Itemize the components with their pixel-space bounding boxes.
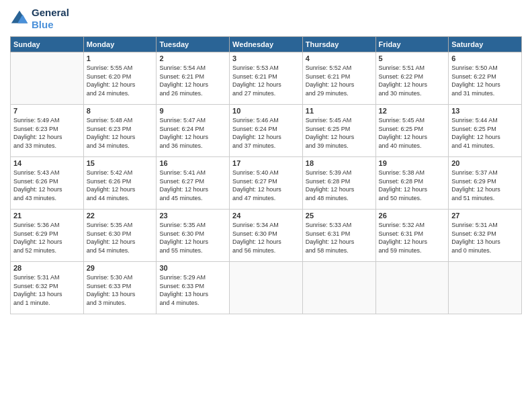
day-number: 30 xyxy=(159,264,226,272)
week-row-2: 7Sunrise: 5:49 AMSunset: 6:23 PMDaylight… xyxy=(11,105,522,157)
day-number: 24 xyxy=(232,212,300,220)
day-number: 7 xyxy=(13,107,81,115)
day-number: 26 xyxy=(379,212,446,220)
logo-text: General Blue xyxy=(32,7,69,31)
day-info: Sunrise: 5:32 AMSunset: 6:31 PMDaylight:… xyxy=(379,221,446,255)
logo-icon xyxy=(10,9,29,28)
day-info: Sunrise: 5:29 AMSunset: 6:33 PMDaylight:… xyxy=(159,273,226,307)
day-number: 13 xyxy=(451,107,519,115)
day-cell: 9Sunrise: 5:47 AMSunset: 6:24 PMDaylight… xyxy=(157,105,230,157)
day-info: Sunrise: 5:44 AMSunset: 6:25 PMDaylight:… xyxy=(451,116,519,150)
day-cell: 23Sunrise: 5:35 AMSunset: 6:30 PMDayligh… xyxy=(157,210,230,262)
day-cell: 18Sunrise: 5:39 AMSunset: 6:28 PMDayligh… xyxy=(302,157,375,210)
day-cell: 7Sunrise: 5:49 AMSunset: 6:23 PMDaylight… xyxy=(11,105,84,157)
day-number: 19 xyxy=(379,159,446,167)
week-row-4: 21Sunrise: 5:36 AMSunset: 6:29 PMDayligh… xyxy=(11,210,522,262)
day-number: 25 xyxy=(306,212,373,220)
day-number: 16 xyxy=(159,159,226,167)
col-header-monday: Monday xyxy=(83,37,157,52)
day-info: Sunrise: 5:54 AMSunset: 6:21 PMDaylight:… xyxy=(159,64,226,97)
day-number: 9 xyxy=(159,107,226,115)
day-number: 6 xyxy=(451,54,519,62)
day-number: 23 xyxy=(159,212,226,220)
day-cell: 12Sunrise: 5:45 AMSunset: 6:25 PMDayligh… xyxy=(375,105,449,157)
day-info: Sunrise: 5:55 AMSunset: 6:20 PMDaylight:… xyxy=(87,64,154,97)
col-header-saturday: Saturday xyxy=(449,37,522,52)
day-info: Sunrise: 5:46 AMSunset: 6:24 PMDaylight:… xyxy=(232,116,300,150)
col-header-wednesday: Wednesday xyxy=(230,37,303,52)
day-number: 2 xyxy=(159,54,226,62)
day-cell: 20Sunrise: 5:37 AMSunset: 6:29 PMDayligh… xyxy=(449,157,522,210)
week-row-3: 14Sunrise: 5:43 AMSunset: 6:26 PMDayligh… xyxy=(11,157,522,210)
day-cell: 8Sunrise: 5:48 AMSunset: 6:23 PMDaylight… xyxy=(83,105,157,157)
day-info: Sunrise: 5:36 AMSunset: 6:29 PMDaylight:… xyxy=(13,221,81,255)
day-info: Sunrise: 5:50 AMSunset: 6:22 PMDaylight:… xyxy=(451,64,519,97)
day-cell: 19Sunrise: 5:38 AMSunset: 6:28 PMDayligh… xyxy=(375,157,449,210)
day-info: Sunrise: 5:52 AMSunset: 6:21 PMDaylight:… xyxy=(306,64,373,97)
day-number: 22 xyxy=(87,212,154,220)
day-cell: 6Sunrise: 5:50 AMSunset: 6:22 PMDaylight… xyxy=(449,52,522,105)
day-number: 1 xyxy=(87,54,154,62)
day-number: 17 xyxy=(232,159,300,167)
day-info: Sunrise: 5:37 AMSunset: 6:29 PMDaylight:… xyxy=(451,169,519,202)
calendar-header-row: SundayMondayTuesdayWednesdayThursdayFrid… xyxy=(11,37,522,52)
day-cell xyxy=(302,262,375,314)
day-cell: 28Sunrise: 5:31 AMSunset: 6:32 PMDayligh… xyxy=(11,262,84,314)
day-number: 4 xyxy=(306,54,373,62)
day-number: 14 xyxy=(13,159,81,167)
day-info: Sunrise: 5:33 AMSunset: 6:31 PMDaylight:… xyxy=(306,221,373,255)
day-info: Sunrise: 5:39 AMSunset: 6:28 PMDaylight:… xyxy=(306,169,373,202)
day-cell xyxy=(11,52,84,105)
calendar-page: General Blue SundayMondayTuesdayWednesda… xyxy=(0,0,532,411)
day-info: Sunrise: 5:38 AMSunset: 6:28 PMDaylight:… xyxy=(379,169,446,202)
day-info: Sunrise: 5:35 AMSunset: 6:30 PMDaylight:… xyxy=(159,221,226,255)
day-cell: 27Sunrise: 5:31 AMSunset: 6:32 PMDayligh… xyxy=(449,210,522,262)
day-number: 15 xyxy=(87,159,154,167)
day-number: 27 xyxy=(451,212,519,220)
day-cell: 10Sunrise: 5:46 AMSunset: 6:24 PMDayligh… xyxy=(230,105,303,157)
day-cell: 2Sunrise: 5:54 AMSunset: 6:21 PMDaylight… xyxy=(157,52,230,105)
day-info: Sunrise: 5:47 AMSunset: 6:24 PMDaylight:… xyxy=(159,116,226,150)
col-header-friday: Friday xyxy=(375,37,449,52)
day-info: Sunrise: 5:43 AMSunset: 6:26 PMDaylight:… xyxy=(13,169,81,202)
day-cell xyxy=(375,262,449,314)
day-info: Sunrise: 5:45 AMSunset: 6:25 PMDaylight:… xyxy=(379,116,446,150)
day-cell: 3Sunrise: 5:53 AMSunset: 6:21 PMDaylight… xyxy=(230,52,303,105)
day-cell: 30Sunrise: 5:29 AMSunset: 6:33 PMDayligh… xyxy=(157,262,230,314)
day-cell xyxy=(230,262,303,314)
day-number: 5 xyxy=(379,54,446,62)
day-cell: 4Sunrise: 5:52 AMSunset: 6:21 PMDaylight… xyxy=(302,52,375,105)
day-cell: 14Sunrise: 5:43 AMSunset: 6:26 PMDayligh… xyxy=(11,157,84,210)
day-number: 29 xyxy=(87,264,154,272)
day-info: Sunrise: 5:51 AMSunset: 6:22 PMDaylight:… xyxy=(379,64,446,97)
day-cell: 17Sunrise: 5:40 AMSunset: 6:27 PMDayligh… xyxy=(230,157,303,210)
day-cell: 21Sunrise: 5:36 AMSunset: 6:29 PMDayligh… xyxy=(11,210,84,262)
day-cell: 25Sunrise: 5:33 AMSunset: 6:31 PMDayligh… xyxy=(302,210,375,262)
day-info: Sunrise: 5:34 AMSunset: 6:30 PMDaylight:… xyxy=(232,221,300,255)
day-cell xyxy=(449,262,522,314)
day-number: 21 xyxy=(13,212,81,220)
day-number: 8 xyxy=(87,107,154,115)
day-cell: 13Sunrise: 5:44 AMSunset: 6:25 PMDayligh… xyxy=(449,105,522,157)
week-row-1: 1Sunrise: 5:55 AMSunset: 6:20 PMDaylight… xyxy=(11,52,522,105)
day-info: Sunrise: 5:53 AMSunset: 6:21 PMDaylight:… xyxy=(232,64,300,97)
day-number: 3 xyxy=(232,54,300,62)
day-cell: 29Sunrise: 5:30 AMSunset: 6:33 PMDayligh… xyxy=(83,262,157,314)
day-info: Sunrise: 5:49 AMSunset: 6:23 PMDaylight:… xyxy=(13,116,81,150)
day-number: 11 xyxy=(306,107,373,115)
day-cell: 5Sunrise: 5:51 AMSunset: 6:22 PMDaylight… xyxy=(375,52,449,105)
day-cell: 24Sunrise: 5:34 AMSunset: 6:30 PMDayligh… xyxy=(230,210,303,262)
day-number: 28 xyxy=(13,264,81,272)
day-cell: 11Sunrise: 5:45 AMSunset: 6:25 PMDayligh… xyxy=(302,105,375,157)
day-cell: 26Sunrise: 5:32 AMSunset: 6:31 PMDayligh… xyxy=(375,210,449,262)
col-header-sunday: Sunday xyxy=(11,37,84,52)
day-number: 10 xyxy=(232,107,300,115)
day-info: Sunrise: 5:41 AMSunset: 6:27 PMDaylight:… xyxy=(159,169,226,202)
day-info: Sunrise: 5:45 AMSunset: 6:25 PMDaylight:… xyxy=(306,116,373,150)
day-cell: 16Sunrise: 5:41 AMSunset: 6:27 PMDayligh… xyxy=(157,157,230,210)
day-cell: 15Sunrise: 5:42 AMSunset: 6:26 PMDayligh… xyxy=(83,157,157,210)
calendar-table: SundayMondayTuesdayWednesdayThursdayFrid… xyxy=(10,36,522,314)
day-number: 18 xyxy=(306,159,373,167)
day-info: Sunrise: 5:42 AMSunset: 6:26 PMDaylight:… xyxy=(87,169,154,202)
logo: General Blue xyxy=(10,7,69,31)
